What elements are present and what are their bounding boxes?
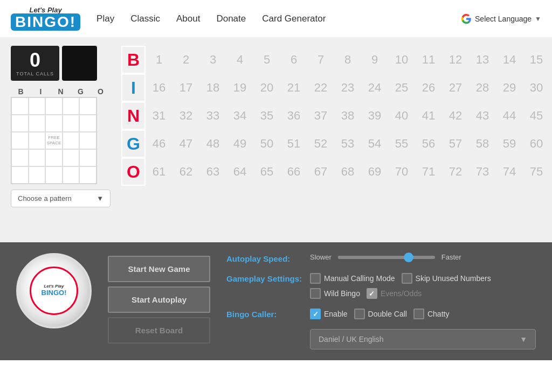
num-54[interactable]: 54 [361,130,388,158]
num-45[interactable]: 45 [523,102,550,130]
wild-bingo-checkbox[interactable] [310,288,321,299]
num-23[interactable]: 23 [334,74,361,102]
num-27[interactable]: 27 [442,74,469,102]
num-3[interactable]: 3 [199,46,226,74]
num-72[interactable]: 72 [442,158,469,186]
num-52[interactable]: 52 [307,130,334,158]
num-15[interactable]: 15 [523,46,550,74]
num-64[interactable]: 64 [226,158,253,186]
num-41[interactable]: 41 [415,102,442,130]
num-55[interactable]: 55 [388,130,415,158]
nav-classic[interactable]: Classic [130,13,160,24]
nav-donate[interactable]: Donate [216,13,246,24]
manual-calling-checkbox-item[interactable]: Manual Calling Mode [310,273,395,284]
num-42[interactable]: 42 [442,102,469,130]
double-call-checkbox[interactable] [354,309,365,319]
num-24[interactable]: 24 [361,74,388,102]
num-1[interactable]: 1 [146,46,172,74]
num-5[interactable]: 5 [253,46,280,74]
num-49[interactable]: 49 [226,130,253,158]
num-17[interactable]: 17 [172,74,199,102]
num-63[interactable]: 63 [199,158,226,186]
num-30[interactable]: 30 [523,74,550,102]
num-26[interactable]: 26 [415,74,442,102]
double-call-checkbox-item[interactable]: Double Call [354,309,407,319]
num-61[interactable]: 61 [146,158,172,186]
num-62[interactable]: 62 [172,158,199,186]
skip-unused-checkbox[interactable] [402,273,412,284]
num-50[interactable]: 50 [253,130,280,158]
num-11[interactable]: 11 [415,46,442,74]
chatty-checkbox[interactable] [413,309,424,319]
num-32[interactable]: 32 [172,102,199,130]
start-autoplay-button[interactable]: Start Autoplay [108,286,210,313]
num-25[interactable]: 25 [388,74,415,102]
caller-dropdown[interactable]: Daniel / UK English ▼ [310,329,536,349]
speed-slider-track[interactable] [338,256,435,259]
num-9[interactable]: 9 [361,46,388,74]
num-4[interactable]: 4 [226,46,253,74]
num-40[interactable]: 40 [388,102,415,130]
enable-checkbox[interactable] [310,309,321,319]
num-29[interactable]: 29 [496,74,523,102]
num-39[interactable]: 39 [361,102,388,130]
num-69[interactable]: 69 [361,158,388,186]
evens-odds-checkbox[interactable] [367,288,377,299]
num-37[interactable]: 37 [307,102,334,130]
num-20[interactable]: 20 [253,74,280,102]
nav-about[interactable]: About [176,13,200,24]
num-43[interactable]: 43 [469,102,496,130]
num-71[interactable]: 71 [415,158,442,186]
num-51[interactable]: 51 [280,130,307,158]
logo-area[interactable]: Let's Play BINGO! [11,6,80,31]
num-19[interactable]: 19 [226,74,253,102]
num-60[interactable]: 60 [523,130,550,158]
manual-calling-checkbox[interactable] [310,273,321,284]
num-13[interactable]: 13 [469,46,496,74]
num-38[interactable]: 38 [334,102,361,130]
num-53[interactable]: 53 [334,130,361,158]
start-new-game-button[interactable]: Start New Game [108,256,210,282]
language-selector[interactable]: Select Language ▼ [461,13,541,24]
num-28[interactable]: 28 [469,74,496,102]
chatty-checkbox-item[interactable]: Chatty [413,309,449,319]
num-8[interactable]: 8 [334,46,361,74]
speed-slider-thumb[interactable] [404,253,413,262]
num-47[interactable]: 47 [172,130,199,158]
pattern-dropdown[interactable]: Choose a pattern ▼ [11,190,111,207]
num-48[interactable]: 48 [199,130,226,158]
num-6[interactable]: 6 [280,46,307,74]
num-59[interactable]: 59 [496,130,523,158]
num-75[interactable]: 75 [523,158,550,186]
skip-unused-checkbox-item[interactable]: Skip Unused Numbers [402,273,491,284]
num-7[interactable]: 7 [307,46,334,74]
num-14[interactable]: 14 [496,46,523,74]
num-10[interactable]: 10 [388,46,415,74]
num-21[interactable]: 21 [280,74,307,102]
num-58[interactable]: 58 [469,130,496,158]
num-22[interactable]: 22 [307,74,334,102]
num-46[interactable]: 46 [146,130,172,158]
num-35[interactable]: 35 [253,102,280,130]
num-68[interactable]: 68 [334,158,361,186]
num-18[interactable]: 18 [199,74,226,102]
nav-card-generator[interactable]: Card Generator [262,13,326,24]
num-12[interactable]: 12 [442,46,469,74]
num-36[interactable]: 36 [280,102,307,130]
num-31[interactable]: 31 [146,102,172,130]
num-34[interactable]: 34 [226,102,253,130]
num-44[interactable]: 44 [496,102,523,130]
num-2[interactable]: 2 [172,46,199,74]
num-70[interactable]: 70 [388,158,415,186]
reset-board-button[interactable]: Reset Board [108,317,210,344]
num-33[interactable]: 33 [199,102,226,130]
num-16[interactable]: 16 [146,74,172,102]
num-73[interactable]: 73 [469,158,496,186]
wild-bingo-checkbox-item[interactable]: Wild Bingo [310,288,360,299]
num-57[interactable]: 57 [442,130,469,158]
nav-play[interactable]: Play [96,13,114,24]
num-74[interactable]: 74 [496,158,523,186]
enable-checkbox-item[interactable]: Enable [310,309,348,319]
num-56[interactable]: 56 [415,130,442,158]
num-66[interactable]: 66 [280,158,307,186]
